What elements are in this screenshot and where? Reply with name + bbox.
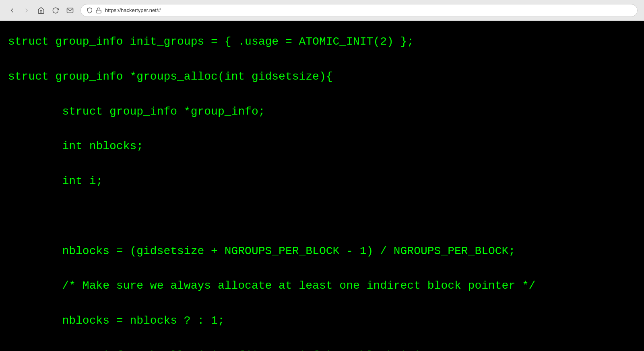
code-line-8: int i; [8,172,636,190]
home-icon [37,7,45,14]
browser-toolbar: https://hackertyper.net/# [0,0,644,21]
code-line-13 [8,260,636,277]
lock-icon [95,7,102,14]
security-icons [87,7,102,14]
back-icon [8,7,16,14]
refresh-button[interactable] [50,5,61,16]
code-line-9 [8,190,636,207]
svg-rect-0 [96,10,101,13]
code-line-2: struct group_info *groups_alloc(int gids… [8,68,636,85]
code-line-11 [8,225,636,242]
code-line-16: nblocks = nblocks ? : 1; [8,312,636,329]
refresh-icon [52,7,59,14]
code-line-4: struct group_info *group_info; [8,103,636,120]
code-line-14: /* Make sure we always allocate at least… [8,277,636,294]
code-line-17 [8,330,636,347]
code-line-3 [8,85,636,103]
code-line-5 [8,120,636,138]
mail-icon [66,7,74,14]
address-bar[interactable]: https://hackertyper.net/# [80,4,638,17]
nav-buttons [6,5,76,16]
code-line-0: struct group_info init_groups = { .usage… [8,33,636,50]
back-button[interactable] [6,5,18,16]
shield-icon [87,7,93,14]
home-button[interactable] [35,5,47,16]
code-line-18: group_info = kmalloc(sizeof(*group_info)… [8,347,636,351]
forward-icon [23,7,30,14]
url-display[interactable]: https://hackertyper.net/# [105,7,632,13]
code-display: struct group_info init_groups = { .usage… [0,21,644,351]
code-line-1 [8,50,636,68]
code-line-7 [8,155,636,172]
mail-button[interactable] [64,5,76,16]
code-line-6: int nblocks; [8,138,636,155]
code-line-10 [8,207,636,225]
code-line-15 [8,295,636,312]
code-line-12: nblocks = (gidsetsize + NGROUPS_PER_BLOC… [8,242,636,260]
forward-button[interactable] [21,5,32,16]
code-content: struct group_info init_groups = { .usage… [8,33,636,351]
